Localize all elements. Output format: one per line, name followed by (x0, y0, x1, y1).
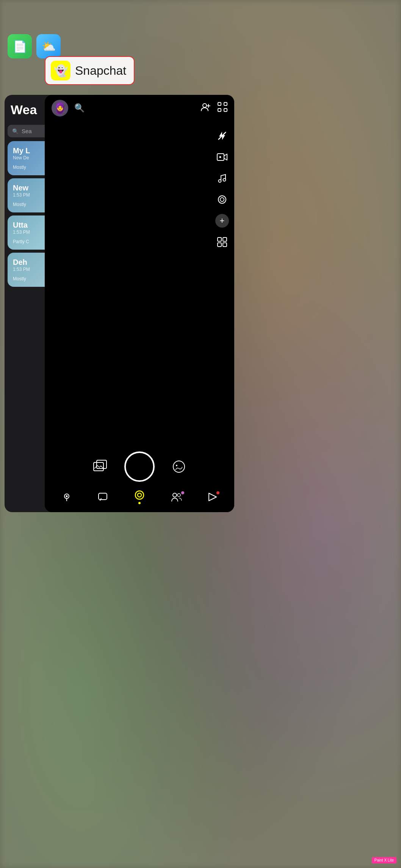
friends-notification-dot (180, 491, 185, 495)
snapchat-topbar: 🧕 🔍 (45, 95, 234, 121)
scan-icon[interactable] (218, 102, 227, 114)
weather-search-placeholder: Sea (22, 128, 32, 134)
snapchat-app-card[interactable]: 🧕 🔍 (45, 95, 234, 512)
svg-rect-15 (223, 237, 227, 241)
svg-rect-17 (223, 243, 227, 247)
svg-point-9 (219, 156, 221, 158)
svg-point-27 (173, 493, 177, 497)
camera-tools: + (215, 129, 229, 249)
svg-rect-6 (224, 108, 227, 112)
lens-selector-button[interactable] (170, 458, 188, 476)
svg-rect-4 (224, 102, 227, 105)
city-weather-4: Mostly (13, 276, 26, 281)
svg-marker-29 (209, 493, 216, 501)
add-friend-icon[interactable] (201, 103, 211, 113)
camera-viewfinder (45, 95, 234, 512)
svg-point-13 (220, 198, 224, 201)
snap-topbar-left: 🧕 🔍 (52, 100, 85, 116)
app-switcher-label[interactable]: 👻 Snapchat (45, 56, 135, 85)
watermark-label: Paint X Lite (372, 857, 396, 863)
snap-bottom-nav (45, 482, 234, 512)
top-app-icons: 📄 ⛅ (8, 34, 61, 58)
nav-camera[interactable] (134, 490, 145, 504)
video-icon[interactable] (215, 150, 229, 164)
app-name-label: Snapchat (75, 64, 126, 78)
snapchat-ghost-icon: 👻 (54, 64, 68, 77)
svg-rect-3 (218, 102, 221, 105)
svg-rect-19 (97, 460, 107, 469)
files-app-icon[interactable]: 📄 (8, 34, 32, 58)
avatar[interactable]: 🧕 (52, 100, 68, 116)
shutter-button[interactable] (124, 451, 155, 482)
svg-point-11 (223, 179, 226, 181)
svg-point-26 (138, 493, 141, 497)
nav-map[interactable] (62, 492, 72, 502)
svg-point-0 (203, 104, 207, 107)
weather-search-icon: 🔍 (12, 128, 19, 134)
city-weather-2: Mostly (13, 202, 26, 207)
weather-app-icon[interactable]: ⛅ (36, 34, 61, 58)
avatar-emoji: 🧕 (53, 102, 67, 115)
svg-rect-5 (218, 108, 221, 112)
search-icon[interactable]: 🔍 (74, 103, 85, 113)
svg-point-20 (173, 461, 185, 472)
flash-off-icon[interactable] (215, 129, 229, 143)
svg-point-23 (66, 495, 67, 497)
snapchat-app-icon: 👻 (51, 61, 70, 80)
nav-stories[interactable] (208, 492, 217, 502)
svg-point-28 (177, 494, 180, 497)
stories-notification-dot (216, 491, 220, 495)
svg-point-10 (219, 180, 221, 182)
snap-topbar-right (201, 102, 227, 114)
svg-rect-14 (218, 237, 221, 241)
camera-nav-dot (138, 502, 141, 504)
nav-chat[interactable] (98, 492, 108, 502)
gallery-button[interactable] (91, 458, 109, 476)
camera-lens-icon[interactable] (215, 193, 229, 206)
snap-scan-qr-icon[interactable] (215, 235, 229, 249)
city-weather-1: Mostly (13, 165, 26, 170)
svg-point-21 (176, 465, 177, 466)
add-icon[interactable]: + (215, 214, 229, 228)
svg-rect-16 (218, 243, 221, 247)
music-icon[interactable] (215, 171, 229, 185)
svg-rect-24 (99, 493, 107, 500)
city-weather-3: Partly C (13, 239, 29, 244)
svg-point-12 (218, 196, 226, 203)
svg-point-25 (135, 491, 144, 499)
nav-friends[interactable] (171, 492, 182, 502)
camera-controls (45, 451, 234, 482)
